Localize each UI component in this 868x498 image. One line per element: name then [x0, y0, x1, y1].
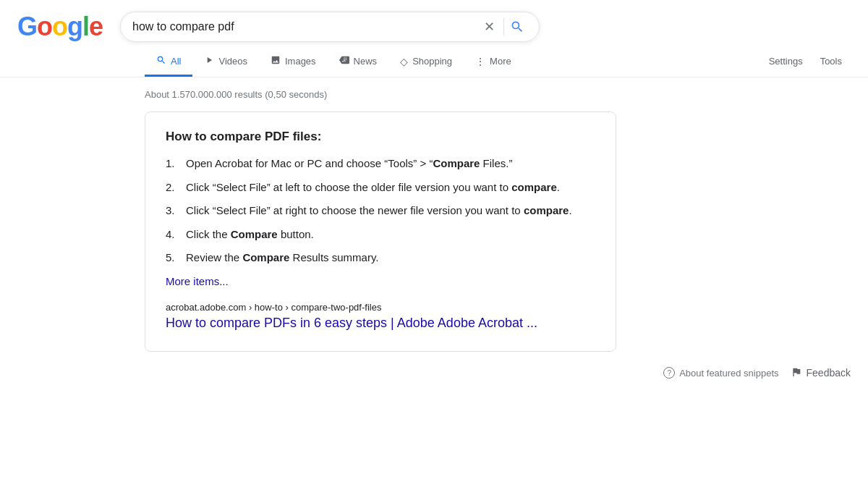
- tab-news-label: News: [354, 56, 378, 67]
- snippet-step-3: 3. Click “Select File” at right to choos…: [166, 203, 595, 219]
- footer-bar: ? About featured snippets Feedback: [0, 358, 868, 389]
- search-button[interactable]: [507, 20, 527, 34]
- tools-button[interactable]: Tools: [812, 48, 851, 76]
- nav-tabs: All Videos Images News ◇ Shopping ⋮ More…: [0, 42, 868, 77]
- tab-images[interactable]: Images: [259, 48, 328, 77]
- tab-shopping[interactable]: ◇ Shopping: [388, 48, 464, 77]
- search-input[interactable]: [132, 20, 478, 33]
- step-5-num: 5.: [166, 250, 186, 266]
- news-tab-icon: [339, 55, 349, 67]
- tab-shopping-label: Shopping: [412, 56, 452, 67]
- tab-all-label: All: [171, 56, 181, 67]
- search-divider: [503, 18, 504, 35]
- snippet-source: acrobat.adobe.com › how-to › compare-two…: [166, 302, 595, 331]
- feedback-button[interactable]: Feedback: [791, 366, 851, 380]
- header: Google ✕: [0, 0, 868, 42]
- clear-button[interactable]: ✕: [478, 19, 501, 35]
- question-icon: ?: [663, 367, 675, 379]
- images-tab-icon: [271, 55, 281, 67]
- step-2-num: 2.: [166, 180, 186, 196]
- results-count: About 1.570.000.000 results (0,50 second…: [145, 86, 622, 111]
- google-logo: Google: [17, 12, 103, 42]
- videos-tab-icon: [204, 55, 214, 67]
- step-3-num: 3.: [166, 203, 186, 219]
- results-area: About 1.570.000.000 results (0,50 second…: [0, 77, 622, 352]
- search-tab-icon: [156, 55, 166, 67]
- snippet-step-5: 5. Review the Compare Results summary.: [166, 250, 595, 266]
- step-4-text: Click the Compare button.: [186, 227, 314, 243]
- snippet-step-2: 2. Click “Select File” at left to choose…: [166, 180, 595, 196]
- step-4-num: 4.: [166, 227, 186, 243]
- more-items-link[interactable]: More items...: [166, 275, 595, 287]
- tab-videos[interactable]: Videos: [192, 48, 259, 77]
- shopping-tab-icon: ◇: [400, 56, 408, 67]
- tab-more[interactable]: ⋮ More: [464, 48, 523, 77]
- step-1-text: Open Acrobat for Mac or PC and choose “T…: [186, 156, 512, 172]
- step-5-text: Review the Compare Results summary.: [186, 250, 378, 266]
- feedback-icon: [791, 366, 802, 380]
- settings-tools: Settings Tools: [760, 48, 868, 76]
- step-2-text: Click “Select File” at left to choose th…: [186, 180, 560, 196]
- snippet-result-title[interactable]: How to compare PDFs in 6 easy steps | Ad…: [166, 316, 537, 330]
- tab-videos-label: Videos: [218, 56, 247, 67]
- snippet-breadcrumb: acrobat.adobe.com › how-to › compare-two…: [166, 302, 595, 313]
- snippet-title: How to compare PDF files:: [166, 130, 595, 144]
- about-snippets-label: About featured snippets: [679, 368, 778, 379]
- snippet-step-4: 4. Click the Compare button.: [166, 227, 595, 243]
- settings-button[interactable]: Settings: [760, 48, 812, 76]
- step-3-text: Click “Select File” at right to choose t…: [186, 203, 572, 219]
- about-snippets-button[interactable]: ? About featured snippets: [663, 367, 778, 379]
- tab-images-label: Images: [285, 56, 316, 67]
- more-tab-icon: ⋮: [475, 56, 485, 67]
- search-bar: ✕: [120, 12, 540, 42]
- featured-snippet: How to compare PDF files: 1. Open Acroba…: [145, 111, 616, 352]
- snippet-steps-list: 1. Open Acrobat for Mac or PC and choose…: [166, 156, 595, 266]
- tab-news[interactable]: News: [328, 48, 389, 77]
- step-1-num: 1.: [166, 156, 186, 172]
- tab-all[interactable]: All: [145, 48, 192, 77]
- feedback-label: Feedback: [807, 367, 851, 379]
- tab-more-label: More: [490, 56, 511, 67]
- snippet-step-1: 1. Open Acrobat for Mac or PC and choose…: [166, 156, 595, 172]
